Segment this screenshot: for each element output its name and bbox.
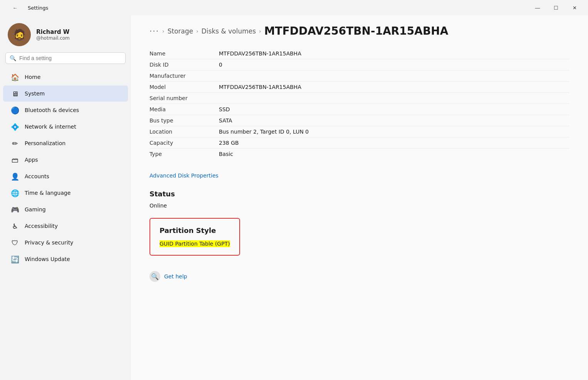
sidebar-item-bluetooth[interactable]: 🔵 Bluetooth & devices [3,102,128,118]
sidebar-item-system[interactable]: 🖥 System [3,85,128,102]
breadcrumb-disks[interactable]: Disks & volumes [202,27,256,35]
sidebar-label-accessibility: Accessibility [25,223,58,229]
status-value: Online [150,203,570,209]
info-value: Basic [219,151,570,157]
nav-list: 🏠 Home 🖥 System 🔵 Bluetooth & devices 💠 … [0,69,131,268]
user-section: 🧔 Richard W @hotmail.com [0,15,131,52]
sidebar-item-privacy[interactable]: 🛡 Privacy & security [3,234,128,251]
info-row: Manufacturer [150,70,570,82]
sidebar-label-system: System [25,90,45,97]
sidebar-label-apps: Apps [25,157,38,163]
title-bar: ← Settings — ☐ ✕ [0,0,588,15]
info-label: Type [150,151,219,157]
info-row: Disk ID 0 [150,59,570,70]
main-content: ··· › Storage › Disks & volumes › MTFDDA… [131,15,588,380]
app-title: Settings [28,5,48,11]
get-help-row: 🔍 Get help [150,271,570,282]
maximize-button[interactable]: ☐ [547,2,565,14]
user-email: @hotmail.com [36,35,70,41]
minimize-button[interactable]: — [529,2,546,14]
personalization-icon: ✏️ [11,139,19,147]
info-value: SATA [219,117,570,124]
update-icon: 🔄 [11,255,19,263]
sidebar-item-time[interactable]: 🌐 Time & language [3,185,128,201]
breadcrumb-sep-1: › [162,28,165,34]
info-label: Model [150,84,219,90]
info-label: Bus type [150,117,219,124]
disk-info-section: Name MTFDDAV256TBN-1AR15ABHA Disk ID 0 M… [150,48,570,159]
sidebar-label-time: Time & language [25,190,71,196]
sidebar-label-network: Network & internet [25,124,76,130]
sidebar-item-apps[interactable]: 🗃 Apps [3,152,128,168]
info-row: Serial number [150,93,570,104]
info-value: SSD [219,106,570,112]
search-icon: 🔍 [10,55,16,61]
sidebar-label-accounts: Accounts [25,173,49,179]
gaming-icon: 🎮 [11,205,19,214]
back-button[interactable]: ← [6,2,24,14]
breadcrumb-sep-2: › [196,28,198,34]
breadcrumb-storage[interactable]: Storage [168,27,193,35]
avatar: 🧔 [8,23,31,46]
info-row: Name MTFDDAV256TBN-1AR15ABHA [150,48,570,59]
home-icon: 🏠 [11,73,19,81]
accounts-icon: 👤 [11,172,19,181]
user-name: Richard W [36,28,70,35]
sidebar-item-gaming[interactable]: 🎮 Gaming [3,201,128,218]
sidebar-label-privacy: Privacy & security [25,239,73,246]
sidebar-label-update: Windows Update [25,256,70,262]
network-icon: 💠 [11,122,19,131]
info-value: MTFDDAV256TBN-1AR15ABHA [219,50,570,57]
info-row: Media SSD [150,104,570,115]
info-value [219,95,570,101]
info-row: Model MTFDDAV256TBN-1AR15ABHA [150,82,570,93]
sidebar-label-bluetooth: Bluetooth & devices [25,107,79,113]
breadcrumb-dots[interactable]: ··· [150,27,159,36]
info-label: Serial number [150,95,219,101]
user-info: Richard W @hotmail.com [36,28,70,41]
privacy-icon: 🛡 [11,238,19,247]
info-row: Capacity 238 GB [150,137,570,149]
search-box[interactable]: 🔍 [5,52,126,64]
info-label: Name [150,50,219,57]
apps-icon: 🗃 [11,156,19,164]
sidebar-item-update[interactable]: 🔄 Windows Update [3,251,128,267]
info-label: Manufacturer [150,73,219,79]
info-label: Capacity [150,140,219,146]
get-help-link[interactable]: Get help [164,273,187,280]
status-title: Status [150,190,570,198]
info-label: Disk ID [150,62,219,68]
partition-title: Partition Style [160,226,230,234]
bluetooth-icon: 🔵 [11,106,19,114]
info-label: Location [150,129,219,135]
info-value: MTFDDAV256TBN-1AR15ABHA [219,84,570,90]
info-row: Type Basic [150,149,570,159]
partition-value: GUID Partition Table (GPT) [160,240,230,247]
info-value: Bus number 2, Target ID 0, LUN 0 [219,129,570,135]
info-value [219,73,570,79]
sidebar-label-home: Home [25,74,40,80]
breadcrumb-sep-3: › [259,28,261,34]
sidebar: 🧔 Richard W @hotmail.com 🔍 🏠 Home 🖥 Syst… [0,15,131,380]
system-icon: 🖥 [11,89,19,98]
sidebar-label-personalization: Personalization [25,140,66,146]
accessibility-icon: ♿ [11,222,19,230]
time-icon: 🌐 [11,189,19,197]
search-input[interactable] [19,55,121,61]
sidebar-item-network[interactable]: 💠 Network & internet [3,119,128,135]
status-section: Status Online [150,190,570,209]
breadcrumb: ··· › Storage › Disks & volumes › MTFDDA… [150,25,570,37]
help-icon: 🔍 [150,271,160,282]
sidebar-label-gaming: Gaming [25,206,46,213]
info-label: Media [150,106,219,112]
sidebar-item-accessibility[interactable]: ♿ Accessibility [3,218,128,234]
close-button[interactable]: ✕ [566,2,583,14]
sidebar-item-home[interactable]: 🏠 Home [3,69,128,85]
partition-card: Partition Style GUID Partition Table (GP… [150,218,240,256]
breadcrumb-current: MTFDDAV256TBN-1AR15ABHA [264,25,449,37]
advanced-disk-properties-link[interactable]: Advanced Disk Properties [150,172,218,179]
info-row: Location Bus number 2, Target ID 0, LUN … [150,126,570,137]
window-controls: — ☐ ✕ [529,2,583,14]
sidebar-item-accounts[interactable]: 👤 Accounts [3,168,128,184]
sidebar-item-personalization[interactable]: ✏️ Personalization [3,135,128,151]
